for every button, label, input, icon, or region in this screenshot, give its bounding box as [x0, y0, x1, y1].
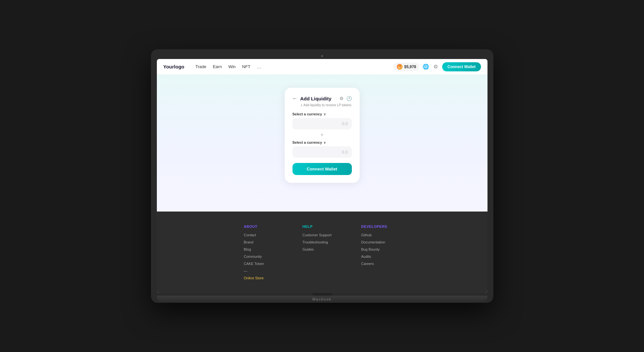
- chevron-down-icon-2: ∨: [323, 141, 326, 144]
- logo: Yourlogo: [163, 64, 185, 69]
- nav-nft[interactable]: NFT: [242, 64, 250, 69]
- globe-icon[interactable]: 🌐: [423, 64, 429, 70]
- connect-wallet-button[interactable]: Connect Wallet: [442, 62, 481, 71]
- card-header: ← Add Liquidity ⚙ 🕐: [292, 95, 352, 101]
- price-badge: 🥞 $5,978: [394, 63, 420, 71]
- navbar: Yourlogo Trade Earn Win NFT ... 🥞 $5,978…: [157, 59, 487, 75]
- laptop-brand: Macbook: [312, 297, 332, 301]
- laptop-frame: Yourlogo Trade Earn Win NFT ... 🥞 $5,978…: [151, 49, 493, 303]
- nav-win[interactable]: Win: [228, 64, 235, 69]
- footer-contact[interactable]: Contact: [244, 233, 283, 237]
- back-button[interactable]: ←: [292, 95, 298, 101]
- nav-links: Trade Earn Win NFT ...: [195, 64, 385, 70]
- nav-trade[interactable]: Trade: [195, 64, 206, 69]
- currency2-select[interactable]: Select a currency ∨: [292, 140, 352, 144]
- currency2-input[interactable]: 0.0: [292, 146, 352, 158]
- plus-divider: +: [292, 132, 352, 138]
- card-settings-icon[interactable]: ⚙: [339, 96, 344, 101]
- laptop-notch: [312, 293, 332, 296]
- laptop-base: Macbook: [157, 296, 487, 303]
- footer-blog[interactable]: Blog: [244, 247, 283, 251]
- nav-right: 🥞 $5,978 🌐 ⚙ Connect Wallet: [394, 62, 481, 71]
- footer-customer-support[interactable]: Customer Support: [303, 233, 342, 237]
- chevron-down-icon: ∨: [323, 112, 326, 116]
- card-title: Add Liquidity: [300, 96, 332, 101]
- nav-earn[interactable]: Earn: [213, 64, 222, 69]
- liquidity-card: ← Add Liquidity ⚙ 🕐 ℹ Add liquidity to r…: [285, 88, 360, 183]
- footer-brand[interactable]: Brand: [244, 240, 283, 244]
- footer-developers: DEVELOPERS Github Documentation Bug Boun…: [361, 225, 400, 280]
- currency1-select[interactable]: Select a currency ∨: [292, 112, 352, 116]
- card-history-icon[interactable]: 🕐: [346, 96, 352, 101]
- footer-about-heading: ABOUT: [244, 225, 283, 228]
- footer-help: HELP Customer Support Troubleshooting Gu…: [303, 225, 342, 280]
- footer-careers[interactable]: Careers: [361, 262, 400, 266]
- footer-audits[interactable]: Audits: [361, 255, 400, 258]
- currency2-value: 0.0: [342, 150, 348, 154]
- nav-more[interactable]: ...: [257, 64, 261, 70]
- footer-divider: —: [244, 269, 283, 273]
- footer-help-heading: HELP: [303, 225, 342, 228]
- camera-dot: [321, 55, 323, 57]
- footer: ABOUT Contact Brand Blog Community CAKE …: [157, 212, 487, 293]
- settings-icon[interactable]: ⚙: [432, 64, 439, 70]
- footer-documentation[interactable]: Documentation: [361, 240, 400, 244]
- footer-community[interactable]: Community: [244, 255, 283, 258]
- footer-online-store[interactable]: Online Store: [244, 276, 283, 280]
- footer-about: ABOUT Contact Brand Blog Community CAKE …: [244, 225, 283, 280]
- footer-troubleshooting[interactable]: Troubleshooting: [303, 240, 342, 244]
- footer-developers-heading: DEVELOPERS: [361, 225, 400, 228]
- currency1-value: 0.0: [342, 121, 348, 126]
- footer-guides[interactable]: Guides: [303, 247, 342, 251]
- card-subtitle: ℹ Add liquidity to receive LP tokens: [301, 103, 352, 107]
- currency1-input[interactable]: 0.0: [292, 118, 352, 129]
- card-header-icons: ⚙ 🕐: [339, 96, 352, 101]
- footer-cake-token[interactable]: CAKE Token: [244, 262, 283, 266]
- laptop-screen: Yourlogo Trade Earn Win NFT ... 🥞 $5,978…: [157, 59, 487, 293]
- footer-github[interactable]: Github: [361, 233, 400, 237]
- main-content: ← Add Liquidity ⚙ 🕐 ℹ Add liquidity to r…: [157, 75, 487, 212]
- price-value: $5,978: [404, 65, 416, 69]
- token-icon: 🥞: [397, 64, 403, 70]
- connect-wallet-card-button[interactable]: Connect Wallet: [292, 163, 352, 175]
- card-header-left: ← Add Liquidity: [292, 95, 332, 101]
- footer-bug-bounty[interactable]: Bug Bounty: [361, 247, 400, 251]
